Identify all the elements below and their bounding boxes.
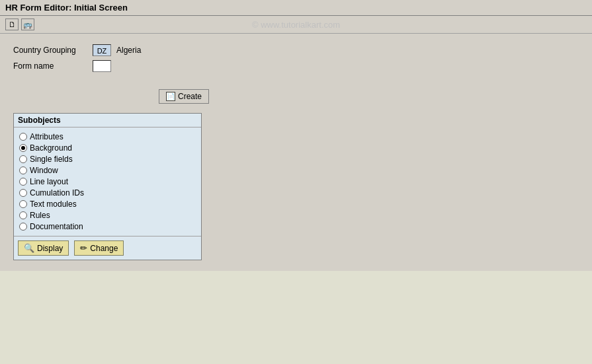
subobjects-body: Attributes Background Single fields Wind… (14, 127, 201, 236)
save-icon[interactable]: 🚌 (21, 18, 34, 30)
radio-single-fields-dot (19, 155, 27, 163)
radio-cumulation-ids-label: Cumulation IDs (30, 188, 84, 198)
form-name-input[interactable] (93, 60, 111, 72)
toolbar: 🗋 🚌 © www.tutorialkart.com (0, 16, 592, 34)
radio-rules-dot (19, 211, 27, 219)
radio-attributes-dot (19, 133, 27, 141)
copy-icon[interactable]: 🗋 (5, 18, 19, 30)
radio-window-dot (19, 166, 27, 174)
change-icon: ✏ (80, 243, 87, 253)
radio-line-layout-label: Line layout (30, 177, 68, 186)
radio-single-fields[interactable]: Single fields (19, 155, 196, 164)
radio-window[interactable]: Window (19, 166, 196, 175)
radio-cumulation-ids-dot (19, 189, 27, 197)
radio-rules-label: Rules (30, 211, 50, 220)
radio-line-layout-dot (19, 178, 27, 186)
radio-documentation-label: Documentation (30, 222, 83, 231)
change-button[interactable]: ✏ Change (74, 240, 124, 256)
watermark: © www.tutorialkart.com (252, 20, 340, 30)
create-button[interactable]: 📄 Create (159, 89, 209, 104)
change-button-label: Change (90, 244, 118, 253)
radio-attributes-label: Attributes (30, 132, 63, 141)
radio-line-layout[interactable]: Line layout (19, 177, 196, 186)
title-bar: HR Form Editor: Initial Screen (0, 0, 592, 16)
form-name-row: Form name (13, 60, 579, 72)
subobjects-title: Subobjects (14, 114, 201, 127)
radio-text-modules-dot (19, 200, 27, 208)
radio-rules[interactable]: Rules (19, 211, 196, 220)
display-button[interactable]: 🔍 Display (18, 240, 69, 256)
radio-single-fields-label: Single fields (30, 155, 73, 164)
radio-background[interactable]: Background (19, 143, 196, 153)
display-icon: 🔍 (24, 243, 34, 253)
display-button-label: Display (37, 244, 63, 253)
create-icon: 📄 (166, 92, 175, 101)
country-grouping-label: Country Grouping (13, 46, 93, 55)
country-name: Algeria (116, 46, 141, 55)
create-button-label: Create (178, 92, 202, 101)
radio-background-dot (19, 144, 27, 152)
bottom-buttons: 🔍 Display ✏ Change (14, 236, 201, 260)
radio-documentation-dot (19, 223, 27, 231)
radio-cumulation-ids[interactable]: Cumulation IDs (19, 188, 196, 198)
radio-text-modules-label: Text modules (30, 200, 77, 209)
radio-text-modules[interactable]: Text modules (19, 200, 196, 209)
main-content: Country Grouping DZ Algeria Form name 📄 … (0, 34, 592, 271)
form-name-label: Form name (13, 61, 93, 71)
page-title: HR Form Editor: Initial Screen (5, 3, 128, 13)
country-grouping-input[interactable]: DZ (93, 44, 111, 56)
radio-documentation[interactable]: Documentation (19, 222, 196, 231)
country-grouping-row: Country Grouping DZ Algeria (13, 44, 579, 56)
radio-attributes[interactable]: Attributes (19, 132, 196, 141)
radio-background-label: Background (30, 143, 72, 153)
subobjects-box: Subobjects Attributes Background Single … (13, 113, 202, 260)
radio-window-label: Window (30, 166, 58, 175)
